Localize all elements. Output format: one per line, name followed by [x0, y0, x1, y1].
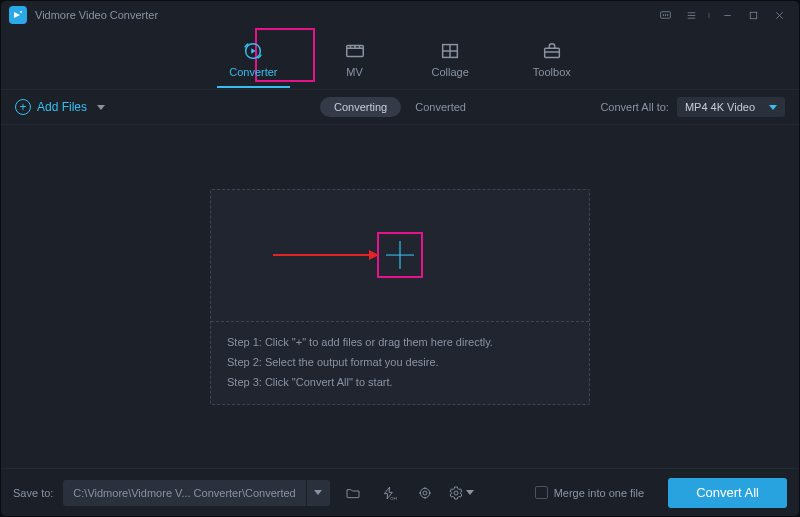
- add-files-button[interactable]: + Add Files: [15, 99, 105, 115]
- open-folder-button[interactable]: [340, 480, 366, 506]
- output-path[interactable]: C:\Vidmore\Vidmore V... Converter\Conver…: [63, 487, 305, 499]
- add-files-label: Add Files: [37, 100, 87, 114]
- high-speed-button[interactable]: [412, 480, 438, 506]
- title-bar: Vidmore Video Converter: [1, 1, 799, 29]
- svg-point-4: [667, 14, 668, 15]
- drop-zone[interactable]: Step 1: Click "+" to add files or drag t…: [210, 189, 590, 405]
- svg-point-23: [420, 488, 429, 497]
- svg-point-29: [454, 491, 458, 495]
- tab-mv[interactable]: MV: [336, 36, 374, 82]
- merge-label: Merge into one file: [554, 487, 645, 499]
- convert-all-to-label: Convert All to:: [600, 101, 668, 113]
- plus-circle-icon: +: [15, 99, 31, 115]
- step-1: Step 1: Click "+" to add files or drag t…: [227, 336, 573, 348]
- conversion-state-segment: Converting Converted: [320, 97, 480, 117]
- annotation-arrow: [273, 250, 379, 260]
- save-to-label: Save to:: [13, 487, 53, 499]
- app-window: Vidmore Video Converter Converter MV Col…: [0, 0, 800, 517]
- tab-converter[interactable]: Converter: [223, 36, 283, 82]
- main-area: Step 1: Click "+" to add files or drag t…: [1, 125, 799, 468]
- convert-all-to: Convert All to: MP4 4K Video: [600, 97, 785, 117]
- tab-collage[interactable]: Collage: [426, 36, 475, 82]
- svg-rect-10: [750, 12, 757, 19]
- output-format-value: MP4 4K Video: [685, 101, 755, 113]
- segment-converting[interactable]: Converting: [320, 97, 401, 117]
- svg-point-24: [423, 491, 427, 495]
- collage-icon: [437, 40, 463, 62]
- tab-label: MV: [346, 66, 363, 78]
- output-path-dropdown[interactable]: [306, 480, 330, 506]
- feedback-icon[interactable]: [653, 3, 677, 27]
- menu-icon[interactable]: [679, 3, 703, 27]
- window-controls: [653, 3, 791, 27]
- toolbox-icon: [539, 40, 565, 62]
- drop-zone-top: [211, 190, 589, 322]
- segment-converted[interactable]: Converted: [401, 97, 480, 117]
- add-files-plus-button[interactable]: [377, 232, 423, 278]
- svg-point-0: [20, 11, 22, 13]
- app-title: Vidmore Video Converter: [35, 9, 158, 21]
- drop-zone-steps: Step 1: Click "+" to add files or drag t…: [211, 322, 589, 404]
- output-path-box: C:\Vidmore\Vidmore V... Converter\Conver…: [63, 480, 329, 506]
- pin-divider: [705, 3, 713, 27]
- chevron-down-icon: [769, 105, 777, 110]
- minimize-button[interactable]: [715, 3, 739, 27]
- mv-icon: [342, 40, 368, 62]
- tab-label: Collage: [432, 66, 469, 78]
- main-tabs: Converter MV Collage Toolbox: [1, 29, 799, 89]
- tab-toolbox[interactable]: Toolbox: [527, 36, 577, 82]
- toolbar: + Add Files Converting Converted Convert…: [1, 89, 799, 125]
- step-2: Step 2: Select the output format you des…: [227, 356, 573, 368]
- merge-checkbox[interactable]: Merge into one file: [535, 486, 645, 499]
- svg-point-2: [662, 14, 663, 15]
- app-logo-icon: [9, 6, 27, 24]
- converter-icon: [240, 40, 266, 62]
- convert-all-button[interactable]: Convert All: [668, 478, 787, 508]
- svg-point-3: [665, 14, 666, 15]
- titlebar-left: Vidmore Video Converter: [9, 6, 158, 24]
- tab-label: Converter: [229, 66, 277, 78]
- checkbox-icon: [535, 486, 548, 499]
- svg-text:OFF: OFF: [390, 495, 397, 500]
- output-format-select[interactable]: MP4 4K Video: [677, 97, 785, 117]
- settings-button[interactable]: [448, 480, 474, 506]
- tab-label: Toolbox: [533, 66, 571, 78]
- hardware-accel-button[interactable]: OFF: [376, 480, 402, 506]
- footer-bar: Save to: C:\Vidmore\Vidmore V... Convert…: [1, 468, 799, 516]
- step-3: Step 3: Click "Convert All" to start.: [227, 376, 573, 388]
- svg-rect-18: [544, 48, 559, 57]
- close-button[interactable]: [767, 3, 791, 27]
- maximize-button[interactable]: [741, 3, 765, 27]
- chevron-down-icon: [97, 105, 105, 110]
